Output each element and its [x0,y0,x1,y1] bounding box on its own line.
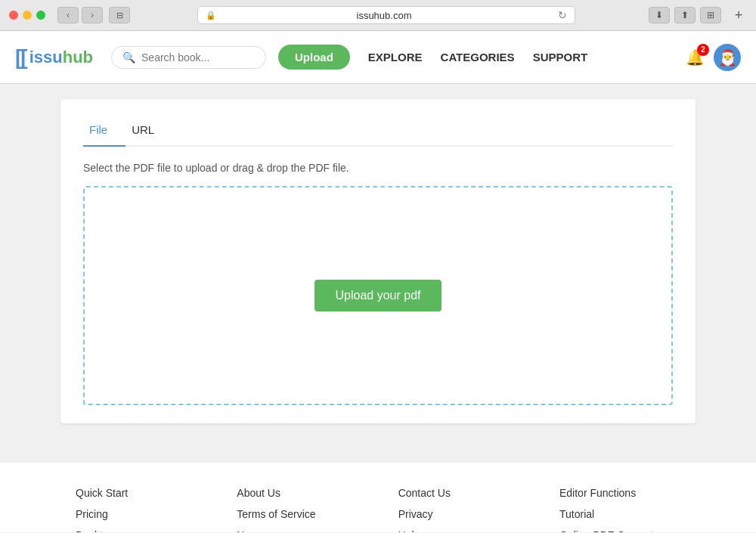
support-nav-link[interactable]: SUPPORT [533,51,588,64]
footer-link-help[interactable]: Help [398,529,519,532]
upload-button[interactable]: Upload [278,45,350,70]
upload-card: File URL Select the PDF file to upload o… [60,99,696,423]
footer-link-pricing[interactable]: Pricing [76,508,197,520]
upload-pdf-button[interactable]: Upload your pdf [314,280,442,311]
browser-chrome: ‹ › ⊟ 🔒 issuhub.com ↻ ⬇ ⬆ ⊞ + [0,0,756,31]
nav-links: EXPLORE CATEGORIES SUPPORT [368,51,587,64]
app-content: [[ issuhub 🔍 Upload EXPLORE CATEGORIES S… [0,31,756,532]
address-bar[interactable]: 🔒 issuhub.com ↻ [197,6,575,24]
footer-col-4: Editor Functions Tutorial Online PDF Con… [559,487,680,532]
upload-instruction: Select the PDF file to upload or drag & … [83,162,673,174]
download-button[interactable]: ⬇ [649,7,670,23]
footer-link-privacy[interactable]: Privacy [398,508,519,520]
tab-url[interactable]: URL [125,117,172,147]
explore-nav-link[interactable]: EXPLORE [368,51,423,64]
drop-zone[interactable]: Upload your pdf [83,186,673,405]
logo-issu: issuhub [29,48,93,67]
notification-bell[interactable]: 🔔 2 [686,48,705,67]
maximize-window-btn[interactable] [36,11,45,20]
search-icon: 🔍 [122,51,135,64]
footer-link-online-pdf-converter[interactable]: Online PDF Converter [559,529,680,532]
main-content: File URL Select the PDF file to upload o… [0,84,756,462]
reload-button[interactable]: ↻ [558,9,567,21]
categories-nav-link[interactable]: CATEGORIES [441,51,515,64]
search-bar[interactable]: 🔍 [111,46,266,69]
footer-link-quick-start[interactable]: Quick Start [76,487,197,499]
tab-view-button[interactable]: ⊟ [109,7,130,23]
footer-col-2: About Us Terms of Service News [237,487,358,532]
back-button[interactable]: ‹ [57,7,79,23]
forward-button[interactable]: › [82,7,103,23]
close-window-btn[interactable] [9,11,18,20]
footer: Quick Start Pricing Desktop About Us Ter… [0,462,756,532]
footer-link-tutorial[interactable]: Tutorial [559,508,680,520]
footer-col-3: Contact Us Privacy Help [398,487,519,532]
navbar: [[ issuhub 🔍 Upload EXPLORE CATEGORIES S… [0,31,756,84]
search-input[interactable] [141,51,255,64]
avatar[interactable]: 🎅 [714,44,741,71]
footer-link-news[interactable]: News [237,529,358,532]
footer-link-editor-functions[interactable]: Editor Functions [559,487,680,499]
footer-columns: Quick Start Pricing Desktop About Us Ter… [76,487,680,532]
footer-col-1: Quick Start Pricing Desktop [76,487,197,532]
address-text: issuhub.com [221,10,547,21]
minimize-window-btn[interactable] [23,11,32,20]
upload-tabs: File URL [83,117,673,147]
notification-badge: 2 [697,44,709,56]
share-button[interactable]: ⬆ [674,7,696,23]
nav-icons: 🔔 2 🎅 [686,44,741,71]
footer-link-terms-of-service[interactable]: Terms of Service [237,508,358,520]
footer-link-contact-us[interactable]: Contact Us [398,487,519,499]
tab-file[interactable]: File [83,117,125,147]
logo[interactable]: [[ issuhub [15,45,93,70]
window-controls [9,11,45,20]
logo-bracket: [[ [15,45,26,70]
lock-icon: 🔒 [206,11,216,20]
footer-link-about-us[interactable]: About Us [237,487,358,499]
sidebar-toggle-button[interactable]: ⊞ [700,7,721,23]
new-tab-button[interactable]: + [730,7,747,23]
footer-link-desktop[interactable]: Desktop [76,529,197,532]
